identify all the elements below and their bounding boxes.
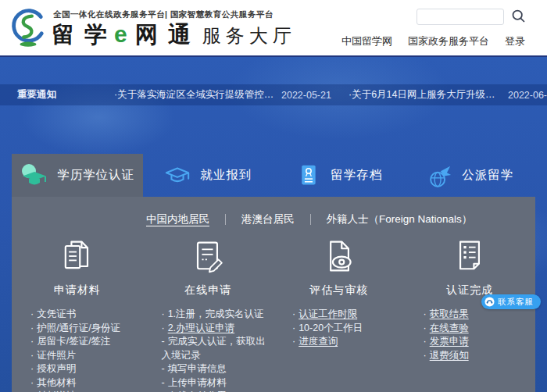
- documents-icon: [57, 236, 98, 276]
- list-item-text: 退费须知: [430, 350, 469, 361]
- list-item-text: 文凭证书: [37, 308, 76, 319]
- search-button[interactable]: [509, 8, 527, 25]
- audience-mainland-china[interactable]: 中国内地居民: [146, 212, 209, 226]
- bullet: ·: [30, 363, 34, 374]
- site-title-cn1: 留学: [52, 20, 117, 51]
- list-item-text: 认证工作时限: [299, 308, 357, 319]
- column-online-application: 在线申请 ·1.注册，完成实名认证·2.办理认证申请-完成实人认证，获取出入境记…: [143, 236, 274, 392]
- list-item: ·10-20个工作日: [292, 322, 399, 336]
- notice-label: 重要通知: [17, 88, 114, 102]
- contact-support-badge[interactable]: 联系客服: [481, 294, 541, 309]
- bullet: ·: [162, 323, 165, 333]
- divider: [225, 214, 226, 225]
- list-item-text: 证件照片: [37, 350, 76, 361]
- list-item: -上传申请材料: [162, 376, 268, 390]
- column-title: 评估与审核: [309, 283, 368, 298]
- site-title-e: e: [114, 21, 127, 48]
- list-item-text: 进度查询: [299, 336, 338, 347]
- bullet: ·: [30, 377, 34, 388]
- bullet: ·: [30, 323, 34, 333]
- column-title: 在线申请: [184, 283, 231, 298]
- bullet: ·: [30, 350, 34, 361]
- graduation-cap-filled-icon: [20, 162, 48, 190]
- tab-study-abroad-archive[interactable]: 留学存档: [274, 154, 405, 197]
- list-item: -填写申请信息: [162, 362, 268, 376]
- bullet: ·: [424, 350, 427, 361]
- bullet: -: [162, 336, 165, 347]
- link-national-gov-service-platform[interactable]: 国家政务服务平台: [408, 34, 489, 48]
- list-link[interactable]: ·认证工作时限: [292, 308, 399, 322]
- list-item: ·文凭证书: [30, 308, 137, 322]
- column-list: ·认证工作时限·10-20个工作日·进度查询: [274, 308, 405, 349]
- list-item-text: 完成实人认证，获取出入境记录: [162, 336, 266, 361]
- column-list: ·文凭证书·护照/通行证/身份证·居留卡/签证/签注·证件照片·授权声明·其他材…: [12, 308, 143, 392]
- audience-hk-macao-taiwan[interactable]: 港澳台居民: [241, 212, 295, 226]
- notice-date-2: 2022-06-14: [508, 90, 547, 101]
- search-icon: [510, 8, 527, 24]
- notice-date-1: 2022-05-21: [281, 90, 339, 101]
- header-links: 中国留学网 国家政务服务平台 登录: [341, 34, 525, 48]
- bullet: ·: [292, 308, 295, 319]
- service-tabs: 学历学位认证 就业报到 留学存档: [12, 154, 535, 197]
- plane-globe-icon: [426, 162, 452, 189]
- bullet: ·: [424, 323, 427, 333]
- process-columns: 申请材料 ·文凭证书·护照/通行证/身份证·居留卡/签证/签注·证件照片·授权声…: [12, 236, 535, 392]
- column-list: ·1.注册，完成实名认证·2.办理认证申请-完成实人认证，获取出入境记录-填写申…: [143, 308, 274, 392]
- list-link[interactable]: ·进度查询: [292, 335, 399, 349]
- site-title-cn2: 网通: [135, 20, 201, 51]
- contact-support-label: 联系客服: [498, 297, 534, 308]
- tab-label: 留学存档: [331, 167, 382, 184]
- bullet: ·: [162, 308, 165, 319]
- list-item-text: 在线查验: [430, 323, 469, 333]
- list-link[interactable]: ·2.办理认证申请: [162, 322, 268, 336]
- tab-degree-certification[interactable]: 学历学位认证: [12, 154, 143, 197]
- list-item-text: 授权声明: [37, 363, 76, 374]
- list-item: -完成实人认证，获取出入境记录: [162, 335, 268, 362]
- column-list: ·获取结果·在线查验·发票申请·退费须知: [405, 308, 536, 362]
- column-application-materials: 申请材料 ·文凭证书·护照/通行证/身份证·居留卡/签证/签注·证件照片·授权声…: [12, 236, 143, 392]
- column-header: 认证完成: [405, 236, 536, 298]
- list-item-text: 护照/通行证/身份证: [37, 323, 120, 333]
- bullet: ·: [424, 308, 427, 319]
- notice-item-1[interactable]: ·关于落实海淀区全域实行提级管控措...: [114, 88, 277, 102]
- page: 全国一体化在线政务服务平台| 国家智慧教育公共服务平台 留学 e 网通 服务大厅…: [0, 0, 547, 392]
- customer-service-icon: [484, 297, 495, 307]
- bullet: ·: [292, 323, 295, 333]
- column-title: 申请材料: [54, 283, 101, 298]
- bullet: ·: [30, 336, 34, 347]
- link-china-study-abroad-net[interactable]: 中国留学网: [341, 34, 392, 48]
- audience-foreign-nationals[interactable]: 外籍人士（Foreign Nationals）: [327, 212, 473, 226]
- search-input[interactable]: [417, 9, 504, 25]
- checklist-document-icon: [449, 236, 490, 276]
- list-link[interactable]: ·发票申请: [424, 335, 530, 349]
- notice-bar: 重要通知 ·关于落实海淀区全域实行提级管控措... 2022-05-21 ·关于…: [0, 84, 547, 105]
- column-header: 在线申请: [143, 236, 274, 298]
- divider: [310, 214, 311, 225]
- list-item: ·1.注册，完成实名认证: [162, 308, 268, 322]
- list-item-text: 1.注册，完成实名认证: [168, 308, 264, 319]
- list-link[interactable]: ·获取结果: [424, 308, 530, 322]
- notice-item-2[interactable]: ·关于6月14日网上服务大厅升级运维的...: [349, 88, 503, 102]
- site-title: 留学 e 网通 服务大厅: [52, 20, 296, 51]
- header: 全国一体化在线政务服务平台| 国家智慧教育公共服务平台 留学 e 网通 服务大厅…: [0, 0, 547, 57]
- tab-label: 学历学位认证: [57, 167, 134, 184]
- bullet: ·: [424, 336, 427, 347]
- tab-label: 就业报到: [200, 167, 252, 184]
- list-item-text: 10-20个工作日: [299, 323, 363, 333]
- list-item-text: 获取结果: [430, 308, 469, 319]
- list-item-text: 其他材料: [37, 377, 76, 388]
- banner: 重要通知 ·关于落实海淀区全域实行提级管控措... 2022-05-21 ·关于…: [0, 57, 547, 392]
- list-item: ·居留卡/签证/签注: [30, 335, 137, 349]
- list-link[interactable]: ·退费须知: [424, 349, 530, 363]
- list-item: ·其他材料: [30, 376, 137, 390]
- tab-government-sponsored-study[interactable]: 公派留学: [405, 154, 536, 197]
- column-evaluation-review: 评估与审核 ·认证工作时限·10-20个工作日·进度查询: [274, 236, 405, 392]
- form-pencil-icon: [188, 236, 228, 276]
- certification-panel: 中国内地居民 港澳台居民 外籍人士（Foreign Nationals）: [12, 197, 535, 392]
- tab-label: 公派留学: [462, 167, 513, 184]
- list-link[interactable]: ·在线查验: [424, 322, 530, 336]
- graduation-cap-outline-icon: [164, 162, 191, 189]
- tab-employment-registration[interactable]: 就业报到: [143, 154, 274, 197]
- login-link[interactable]: 登录: [505, 34, 525, 48]
- list-item-text: 居留卡/签证/签注: [37, 336, 110, 347]
